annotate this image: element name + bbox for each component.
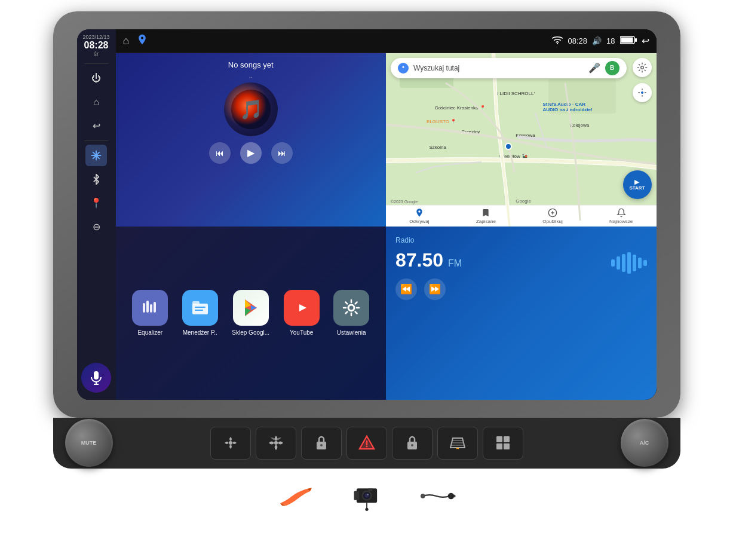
svg-point-30 <box>229 441 232 445</box>
equalizer-label: Equalizer <box>137 329 162 336</box>
status-bar: 08:28 🔊 18 ↩ <box>552 35 649 47</box>
sidebar-date-area: 2023/12/13 08:28 śr <box>82 34 109 57</box>
app-settings[interactable]: Ustawienia <box>333 290 369 336</box>
svg-point-3 <box>557 42 558 44</box>
content-grid: No songs yet .. <box>116 53 657 400</box>
settings-icon <box>333 290 369 326</box>
svg-rect-57 <box>422 494 424 497</box>
svg-rect-59 <box>450 494 451 498</box>
sidebar-home-icon[interactable]: ⌂ <box>85 91 107 113</box>
play-store-label: Sklep Googl... <box>232 329 269 336</box>
volume-level: 18 <box>606 36 615 45</box>
settings-label: Ustawienia <box>337 329 366 336</box>
svg-rect-21 <box>195 307 206 308</box>
sidebar-snowflake-icon[interactable] <box>85 145 107 166</box>
fan-low-button[interactable] <box>210 427 251 460</box>
wave-bar-7 <box>643 260 647 266</box>
app-play-store[interactable]: Sklep Googl... <box>232 290 269 336</box>
map-search-bar[interactable]: Wyszukaj tutaj 🎤 B <box>391 58 627 78</box>
grid-button[interactable] <box>483 427 523 460</box>
hazard-button[interactable] <box>346 427 387 460</box>
sidebar-divider-1 <box>84 63 108 64</box>
apps-widget: Equalizer Menedżer P <box>116 227 387 400</box>
svg-point-33 <box>320 444 323 446</box>
radio-widget: Radio 87.50 FM <box>386 227 657 400</box>
left-knob[interactable]: MUTE <box>65 419 113 467</box>
radio-rewind-button[interactable]: ⏪ <box>395 279 417 300</box>
car-frame: 2023/12/13 08:28 śr ⏻ ⌂ ↩ 📍 ⊖ <box>53 11 680 418</box>
home-tab-icon[interactable]: ⌂ <box>123 35 130 47</box>
svg-rect-17 <box>150 304 152 313</box>
next-button[interactable]: ⏭ <box>271 142 293 164</box>
app-file-manager[interactable]: Menedżer P.. <box>182 290 218 336</box>
wave-bar-1 <box>611 259 615 267</box>
rear-window-button[interactable] <box>437 427 478 460</box>
wave-bar-5 <box>633 255 636 271</box>
music-widget: No songs yet .. <box>116 53 387 227</box>
svg-rect-45 <box>496 443 502 449</box>
top-bar: ⌂ 08:28 🔊 18 <box>116 29 657 53</box>
svg-rect-44 <box>504 436 510 442</box>
svg-point-55 <box>365 507 368 510</box>
sidebar-minus-icon[interactable]: ⊖ <box>85 216 107 238</box>
wave-bar-6 <box>638 258 642 268</box>
sidebar-bluetooth-icon[interactable] <box>85 169 107 190</box>
youtube-icon <box>284 290 320 326</box>
back-icon[interactable]: ↩ <box>642 35 649 47</box>
sidebar-location-icon[interactable]: 📍 <box>85 192 107 214</box>
app-youtube[interactable]: YouTube <box>284 290 320 336</box>
controls-bar: MUTE <box>53 418 680 469</box>
svg-rect-43 <box>496 436 502 442</box>
lock-right-button[interactable] <box>392 427 433 460</box>
svg-rect-22 <box>195 310 203 311</box>
radio-label: Radio <box>395 236 647 244</box>
svg-rect-20 <box>192 301 200 305</box>
wave-bar-2 <box>617 256 620 270</box>
svg-point-37 <box>366 446 367 448</box>
left-knob-label: MUTE <box>81 440 97 446</box>
lock-left-button[interactable] <box>301 427 342 460</box>
svg-rect-5 <box>621 37 633 42</box>
sidebar-back-icon[interactable]: ↩ <box>85 115 107 137</box>
music-controls: ⏮ ▶ ⏭ <box>123 142 379 164</box>
radio-band: FM <box>448 258 462 269</box>
car-unit: 2023/12/13 08:28 śr ⏻ ⌂ ↩ 📍 ⊖ <box>38 11 695 549</box>
accessories-row <box>277 478 456 514</box>
maps-tab-icon[interactable] <box>136 33 148 48</box>
app-equalizer[interactable]: Equalizer <box>132 290 168 336</box>
right-knob-label: A/C <box>640 440 649 446</box>
radio-forward-button[interactable]: ⏩ <box>424 279 446 300</box>
play-button[interactable]: ▶ <box>240 142 262 164</box>
map-user-avatar[interactable]: B <box>605 61 619 75</box>
svg-rect-15 <box>143 303 145 313</box>
map-background: Bunker Pain.Bali 🌿 'U LIDII SCHROLL' Goś… <box>386 53 657 227</box>
sidebar-day: śr <box>82 51 109 57</box>
wave-bar-4 <box>627 252 631 274</box>
camera <box>349 478 385 514</box>
battery-icon <box>620 36 637 46</box>
svg-point-29 <box>348 305 354 311</box>
map-widget: Bunker Pain.Bali 🌿 'U LIDII SCHROLL' Goś… <box>386 53 657 227</box>
svg-rect-53 <box>368 488 372 491</box>
right-knob[interactable]: A/C <box>621 419 668 467</box>
radio-controls: ⏪ ⏩ <box>395 279 647 300</box>
maps-logo <box>398 63 409 74</box>
sidebar-power-icon[interactable]: ⏻ <box>85 68 107 89</box>
music-subtitle: .. <box>123 72 379 79</box>
volume-icon: 🔊 <box>592 36 602 45</box>
play-store-icon <box>233 290 269 326</box>
equalizer-icon <box>132 290 168 326</box>
screen-bezel: 2023/12/13 08:28 śr ⏻ ⌂ ↩ 📍 ⊖ <box>77 29 657 400</box>
cable <box>421 478 456 514</box>
svg-rect-19 <box>192 304 208 314</box>
svg-rect-16 <box>146 301 149 313</box>
fan-high-button[interactable] <box>256 427 296 460</box>
sidebar-time: 08:28 <box>82 40 109 51</box>
map-search-text: Wyszukaj tutaj <box>413 64 584 72</box>
voice-button[interactable] <box>81 363 111 393</box>
svg-rect-46 <box>504 443 510 449</box>
prev-button[interactable]: ⏮ <box>209 142 231 164</box>
map-mic-icon[interactable]: 🎤 <box>588 62 600 74</box>
file-manager-label: Menedżer P.. <box>183 329 217 336</box>
sidebar-divider-2 <box>84 140 108 141</box>
